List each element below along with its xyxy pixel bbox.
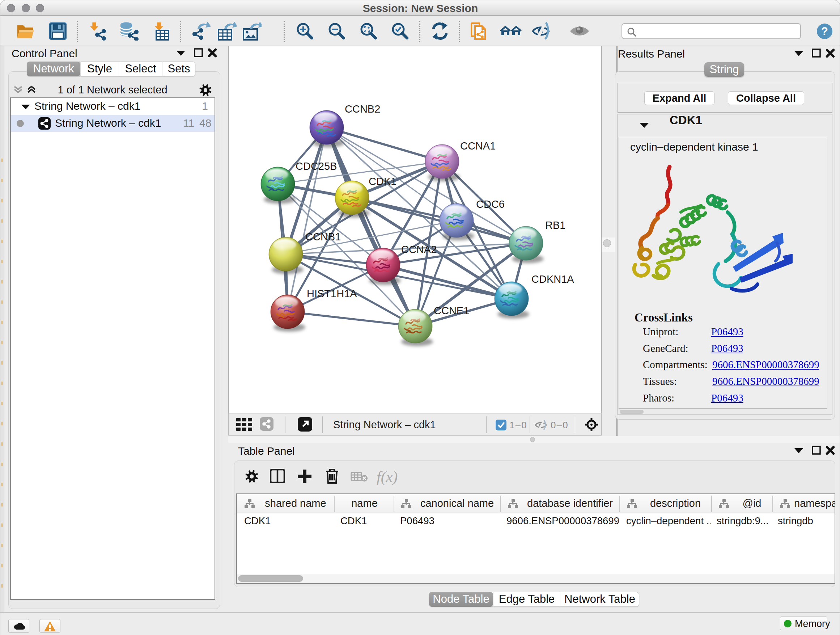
svg-text:CCNA1: CCNA1 [460, 140, 496, 152]
svg-text:HIST1H1A: HIST1H1A [307, 288, 357, 299]
svg-text:CDC6: CDC6 [476, 198, 505, 210]
svg-text:CCNB2: CCNB2 [345, 103, 380, 115]
svg-text:RB1: RB1 [545, 219, 565, 231]
svg-text:CCNB1: CCNB1 [305, 231, 341, 242]
svg-text:CDKN1A: CDKN1A [531, 273, 574, 285]
svg-text:CCNE1: CCNE1 [434, 305, 469, 317]
svg-text:CCNA2: CCNA2 [401, 244, 437, 255]
svg-text:CDC25B: CDC25B [295, 160, 337, 172]
svg-text:CDK1: CDK1 [369, 176, 396, 187]
